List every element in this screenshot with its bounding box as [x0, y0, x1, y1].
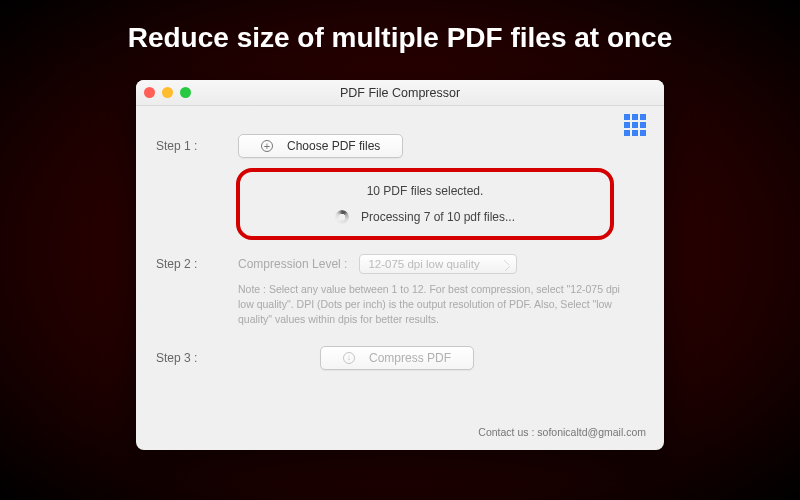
compression-level-value: 12-075 dpi low quality — [368, 258, 479, 270]
step1-label: Step 1 : — [156, 139, 226, 153]
contact-email: sofonicaltd@gmail.com — [537, 426, 646, 438]
spinner-icon — [335, 210, 349, 224]
close-icon[interactable] — [144, 87, 155, 98]
step2-label: Step 2 : — [156, 257, 226, 271]
step1-row: Step 1 : + Choose PDF files — [156, 134, 644, 158]
traffic-lights — [144, 87, 191, 98]
compression-note: Note : Select any value between 1 to 12.… — [238, 282, 638, 328]
window-title: PDF File Compressor — [136, 86, 664, 100]
status-highlight: 10 PDF files selected. Processing 7 of 1… — [236, 168, 614, 240]
processing-text: Processing 7 of 10 pdf files... — [361, 210, 515, 224]
plus-icon: + — [261, 140, 273, 152]
window-body: Step 1 : + Choose PDF files 10 PDF files… — [136, 106, 664, 450]
step3-label: Step 3 : — [156, 351, 226, 365]
contact-info: Contact us : sofonicaltd@gmail.com — [478, 426, 646, 438]
app-window: PDF File Compressor Step 1 : + Choose PD… — [136, 80, 664, 450]
choose-pdf-button[interactable]: + Choose PDF files — [238, 134, 403, 158]
compress-pdf-button-label: Compress PDF — [369, 351, 451, 365]
window-titlebar: PDF File Compressor — [136, 80, 664, 106]
minimize-icon[interactable] — [162, 87, 173, 98]
compress-pdf-button[interactable]: ↓ Compress PDF — [320, 346, 474, 370]
contact-label: Contact us : — [478, 426, 534, 438]
processing-status: Processing 7 of 10 pdf files... — [250, 210, 600, 224]
grid-view-icon[interactable] — [624, 114, 646, 136]
compression-level-label: Compression Level : — [238, 257, 347, 271]
download-icon: ↓ — [343, 352, 355, 364]
marketing-headline: Reduce size of multiple PDF files at onc… — [0, 0, 800, 54]
files-selected-text: 10 PDF files selected. — [250, 184, 600, 198]
zoom-icon[interactable] — [180, 87, 191, 98]
compression-level-select[interactable]: 12-075 dpi low quality — [359, 254, 517, 274]
choose-pdf-button-label: Choose PDF files — [287, 139, 380, 153]
step2-row: Step 2 : Compression Level : 12-075 dpi … — [156, 254, 644, 274]
step3-row: Step 3 : ↓ Compress PDF — [156, 346, 644, 370]
